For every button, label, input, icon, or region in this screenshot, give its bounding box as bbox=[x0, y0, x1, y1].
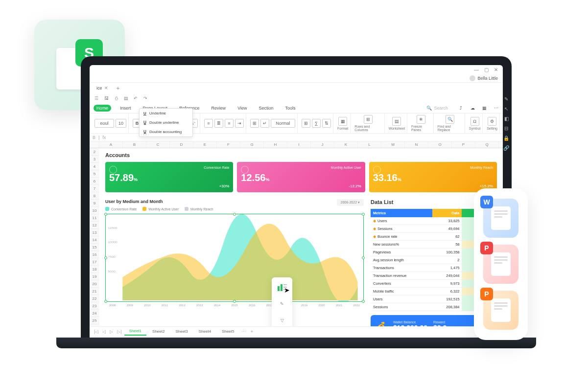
merge-icon[interactable]: ⊞ bbox=[250, 119, 259, 128]
row-header[interactable]: 3 bbox=[90, 156, 99, 163]
row-header[interactable]: 21 bbox=[90, 288, 99, 295]
resize-handle[interactable] bbox=[104, 300, 107, 303]
row-header[interactable]: 12 bbox=[90, 222, 99, 229]
row-header[interactable]: 20 bbox=[90, 280, 99, 288]
row-header[interactable]: 11 bbox=[90, 214, 99, 222]
row-header[interactable]: 7 bbox=[90, 185, 99, 192]
tab-next-icon[interactable]: ▷ bbox=[108, 329, 115, 334]
resize-handle[interactable] bbox=[362, 256, 365, 259]
menu-icon[interactable]: ☰ bbox=[94, 95, 99, 101]
font-select[interactable]: eoul bbox=[94, 119, 114, 128]
format-icon[interactable]: ▦ bbox=[338, 117, 347, 126]
resize-handle[interactable] bbox=[233, 300, 236, 303]
tab-prev-icon[interactable]: ◁ bbox=[101, 329, 107, 334]
column-header[interactable]: Q bbox=[475, 141, 499, 148]
symbol-icon[interactable]: Ω bbox=[470, 117, 479, 126]
search-box[interactable]: 🔍 Search bbox=[426, 106, 448, 111]
align-center-icon[interactable]: ≣ bbox=[214, 119, 223, 128]
row-header[interactable]: 18 bbox=[90, 266, 99, 273]
column-header[interactable]: B bbox=[123, 141, 146, 148]
funnel-icon[interactable]: ▽ bbox=[275, 314, 289, 326]
pdf-app-icon[interactable]: P bbox=[483, 245, 518, 284]
rows-cols-icon[interactable]: ⊞ bbox=[364, 115, 373, 124]
tab-more-icon[interactable]: ⋯ bbox=[240, 329, 247, 334]
select-all-corner[interactable] bbox=[90, 141, 99, 148]
tab-last-icon[interactable]: ▷| bbox=[116, 329, 123, 334]
document-tab[interactable]: ice ✕ bbox=[93, 85, 112, 91]
cloud-icon[interactable]: ☁ bbox=[470, 105, 475, 111]
resize-handle[interactable] bbox=[233, 213, 236, 216]
menu-review[interactable]: Review bbox=[209, 105, 229, 112]
menu-home[interactable]: Home bbox=[94, 105, 111, 112]
menu-insert[interactable]: Insert bbox=[117, 105, 134, 112]
column-header[interactable]: H bbox=[264, 141, 287, 148]
font-size[interactable]: 10 bbox=[116, 119, 126, 128]
worksheet-icon[interactable]: ▤ bbox=[392, 117, 401, 126]
row-header[interactable]: 15 bbox=[90, 244, 99, 251]
sheet-tab[interactable]: Sheet2 bbox=[147, 328, 169, 335]
row-header[interactable]: 14 bbox=[90, 236, 99, 244]
column-header[interactable]: L bbox=[358, 141, 381, 148]
avatar[interactable] bbox=[470, 75, 475, 81]
resize-handle[interactable] bbox=[104, 256, 107, 259]
close-button[interactable]: ✕ bbox=[492, 67, 500, 72]
date-range-picker[interactable]: 2008-2022 ▾ bbox=[337, 199, 364, 206]
column-header[interactable]: F bbox=[217, 141, 240, 148]
column-header[interactable]: J bbox=[311, 141, 334, 148]
setting-icon[interactable]: ⚙ bbox=[488, 117, 496, 126]
tab-first-icon[interactable]: |◁ bbox=[93, 329, 100, 334]
row-header[interactable]: 16 bbox=[90, 251, 99, 258]
row-header[interactable]: 9 bbox=[90, 200, 99, 207]
menu-tools[interactable]: Tools bbox=[282, 105, 299, 112]
column-header[interactable]: P bbox=[452, 141, 475, 148]
column-header[interactable]: O bbox=[428, 141, 452, 148]
row-header[interactable]: 2 bbox=[90, 148, 99, 156]
share-icon[interactable]: ⤴ bbox=[458, 105, 464, 111]
resize-handle[interactable] bbox=[104, 213, 107, 216]
align-left-icon[interactable]: ≡ bbox=[204, 119, 213, 128]
undo-icon[interactable]: ↶ bbox=[133, 95, 139, 101]
align-right-icon[interactable]: ≡ bbox=[225, 119, 234, 128]
chart-object[interactable]: 12500 10000 7500 5000 bbox=[105, 214, 364, 302]
sort-icon[interactable]: ⊞ bbox=[302, 119, 310, 128]
row-header[interactable]: 13 bbox=[90, 229, 99, 236]
writer-app-icon[interactable]: W bbox=[483, 199, 518, 238]
row-header[interactable]: 4 bbox=[90, 163, 99, 170]
row-header[interactable]: 25 bbox=[90, 317, 99, 324]
row-header[interactable]: 17 bbox=[90, 258, 99, 266]
column-header[interactable]: E bbox=[193, 141, 217, 148]
sheet-tab[interactable]: Sheet3 bbox=[170, 328, 192, 335]
freeze-icon[interactable]: ❄ bbox=[417, 115, 425, 124]
row-header[interactable]: 5 bbox=[90, 170, 99, 178]
filter-icon[interactable]: ∑ bbox=[312, 119, 321, 128]
preview-icon[interactable]: ▤ bbox=[123, 95, 129, 101]
row-header[interactable]: 23 bbox=[90, 302, 99, 310]
row-header[interactable]: 19 bbox=[90, 273, 99, 280]
new-tab-button[interactable]: ＋ bbox=[115, 84, 121, 92]
sheet-tab[interactable]: Sheet1 bbox=[124, 327, 146, 336]
column-header[interactable]: G bbox=[240, 141, 264, 148]
print-icon[interactable]: ⎙ bbox=[113, 95, 119, 101]
column-header[interactable]: K bbox=[334, 141, 358, 148]
notes-icon[interactable]: ▦ bbox=[481, 105, 487, 111]
sheet-tab[interactable]: Sheet4 bbox=[194, 328, 216, 335]
sort2-icon[interactable]: ⇅ bbox=[322, 119, 331, 128]
column-header[interactable]: M bbox=[381, 141, 405, 148]
column-header[interactable]: A bbox=[99, 141, 123, 148]
menu-section[interactable]: Section bbox=[256, 105, 276, 112]
row-header[interactable]: 8 bbox=[90, 192, 99, 200]
save-icon[interactable]: 🖫 bbox=[103, 95, 109, 101]
wrap-icon[interactable]: ↵ bbox=[260, 119, 269, 128]
maximize-button[interactable]: ▢ bbox=[482, 67, 490, 72]
resize-handle[interactable] bbox=[362, 213, 365, 216]
row-header[interactable]: 6 bbox=[90, 178, 99, 185]
add-sheet-button[interactable]: ＋ bbox=[248, 328, 256, 335]
indent-icon[interactable]: ⇥ bbox=[235, 119, 244, 128]
menu-view[interactable]: View bbox=[235, 105, 250, 112]
double-underline-option[interactable]: U̲Double underline bbox=[140, 118, 192, 127]
brush-icon[interactable]: ✎ bbox=[275, 297, 289, 311]
row-header[interactable]: 22 bbox=[90, 295, 99, 302]
more-icon[interactable]: ⋯ bbox=[493, 105, 499, 111]
column-header[interactable]: D bbox=[170, 141, 193, 148]
double-accounting-option[interactable]: U͇Double accounting bbox=[140, 127, 192, 136]
